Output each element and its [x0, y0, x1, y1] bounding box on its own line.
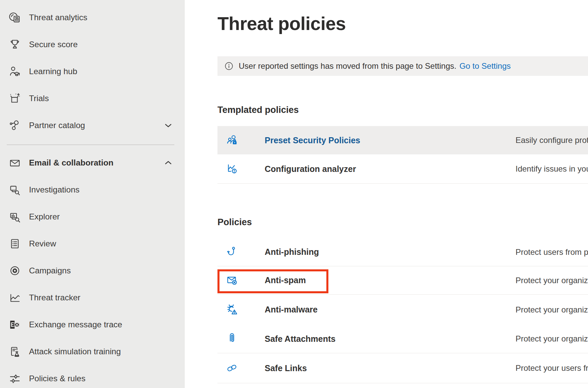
policies-rules-icon: [7, 371, 22, 386]
info-banner: User reported settings has moved from th…: [217, 56, 588, 76]
partner-catalog-icon: [7, 118, 22, 133]
sidebar-item-explorer[interactable]: Explorer: [0, 203, 185, 230]
anti-phishing-icon: [225, 245, 239, 259]
page-title: Threat policies: [217, 13, 346, 34]
explorer-icon: [7, 209, 22, 224]
sidebar-item-label: Learning hub: [29, 67, 77, 76]
investigations-icon: [7, 182, 22, 197]
section-heading-policies: Policies: [217, 217, 252, 228]
row-description: Protect your users fr: [516, 363, 588, 373]
banner-text: User reported settings has moved from th…: [239, 61, 457, 71]
sidebar-item-policies-rules[interactable]: Policies & rules: [0, 365, 185, 388]
row-anti-phishing[interactable]: Anti-phishing Protect users from p: [217, 238, 588, 266]
sidebar-item-label: Policies & rules: [29, 374, 85, 383]
row-description: Protect your organiz: [516, 305, 588, 315]
email-icon: [7, 155, 22, 170]
learning-hub-icon: [7, 64, 22, 79]
anti-malware-icon: [225, 303, 239, 317]
row-safe-links[interactable]: Safe Links Protect your users fr: [217, 353, 588, 383]
anti-spam-icon: [225, 273, 239, 288]
section-heading-templated-policies: Templated policies: [217, 105, 299, 115]
sidebar-item-label: Partner catalog: [29, 121, 85, 130]
row-description: Protect users from p: [516, 247, 588, 257]
row-description: Identify issues in you: [516, 164, 588, 174]
row-anti-spam[interactable]: Anti-spam Protect your organiz: [217, 266, 588, 295]
threat-analytics-icon: [7, 10, 22, 25]
sidebar-item-learning-hub[interactable]: Learning hub: [0, 58, 185, 85]
row-preset-security-policies[interactable]: Preset Security Policies Easily configur…: [217, 126, 588, 154]
exchange-icon: [7, 317, 22, 332]
sidebar-item-partner-catalog[interactable]: Partner catalog: [0, 112, 185, 139]
trials-icon: [7, 91, 22, 106]
row-label[interactable]: Safe Attachments: [265, 334, 335, 344]
chevron-down-icon[interactable]: [163, 120, 174, 131]
sidebar-item-label: Attack simulation training: [29, 347, 121, 356]
row-label[interactable]: Safe Links: [265, 363, 307, 373]
sidebar-item-label: Investigations: [29, 185, 80, 195]
sidebar-item-label: Review: [29, 239, 56, 248]
row-label[interactable]: Anti-spam: [265, 275, 306, 285]
campaigns-icon: [7, 263, 22, 278]
sidebar-item-review[interactable]: Review: [0, 230, 185, 257]
sidebar-item-label: Threat tracker: [29, 293, 81, 302]
trophy-icon: [7, 37, 22, 52]
row-anti-malware[interactable]: Anti-malware Protect your organiz: [217, 295, 588, 325]
row-description: Protect your organiz: [516, 334, 588, 344]
sidebar-item-label: Trials: [29, 94, 49, 103]
sidebar-item-attack-simulation-training[interactable]: Attack simulation training: [0, 338, 185, 365]
row-label[interactable]: Anti-phishing: [265, 247, 319, 257]
row-description: Protect your organiz: [516, 276, 588, 285]
sidebar-item-label: Email & collaboration: [29, 158, 114, 168]
configuration-analyzer-icon: [225, 162, 239, 176]
row-label[interactable]: Preset Security Policies: [265, 136, 360, 145]
row-description: Easily configure prot: [516, 136, 588, 145]
sidebar-item-exchange-message-trace[interactable]: Exchange message trace: [0, 311, 185, 338]
attack-simulation-icon: [7, 344, 22, 359]
sidebar: Threat analytics Secure score Learning h…: [0, 0, 185, 388]
main-content: Threat policies User reported settings h…: [185, 0, 588, 388]
review-icon: [7, 236, 22, 251]
row-label[interactable]: Anti-malware: [265, 305, 318, 315]
sidebar-item-label: Threat analytics: [29, 13, 87, 22]
safe-attachments-icon: [225, 332, 239, 346]
sidebar-item-threat-tracker[interactable]: Threat tracker: [0, 284, 185, 311]
sidebar-item-trials[interactable]: Trials: [0, 85, 185, 112]
sidebar-item-investigations[interactable]: Investigations: [0, 176, 185, 203]
sidebar-item-email-collaboration[interactable]: Email & collaboration: [0, 149, 185, 176]
sidebar-item-label: Explorer: [29, 212, 60, 221]
sidebar-item-threat-analytics[interactable]: Threat analytics: [0, 4, 185, 31]
chevron-up-icon[interactable]: [163, 157, 174, 168]
safe-links-icon: [225, 361, 239, 375]
preset-security-policies-icon: [225, 133, 239, 147]
sidebar-item-label: Campaigns: [29, 266, 71, 275]
sidebar-item-label: Secure score: [29, 40, 78, 49]
sidebar-item-secure-score[interactable]: Secure score: [0, 31, 185, 58]
sidebar-divider: [7, 145, 174, 145]
threat-policies-screen: Threat analytics Secure score Learning h…: [0, 0, 588, 388]
row-configuration-analyzer[interactable]: Configuration analyzer Identify issues i…: [217, 154, 588, 184]
info-icon: [225, 62, 233, 70]
sidebar-item-label: Exchange message trace: [29, 320, 122, 329]
sidebar-item-campaigns[interactable]: Campaigns: [0, 257, 185, 284]
row-safe-attachments[interactable]: Safe Attachments Protect your organiz: [217, 325, 588, 353]
go-to-settings-link[interactable]: Go to Settings: [460, 61, 511, 71]
threat-tracker-icon: [7, 290, 22, 305]
row-label[interactable]: Configuration analyzer: [265, 164, 356, 174]
